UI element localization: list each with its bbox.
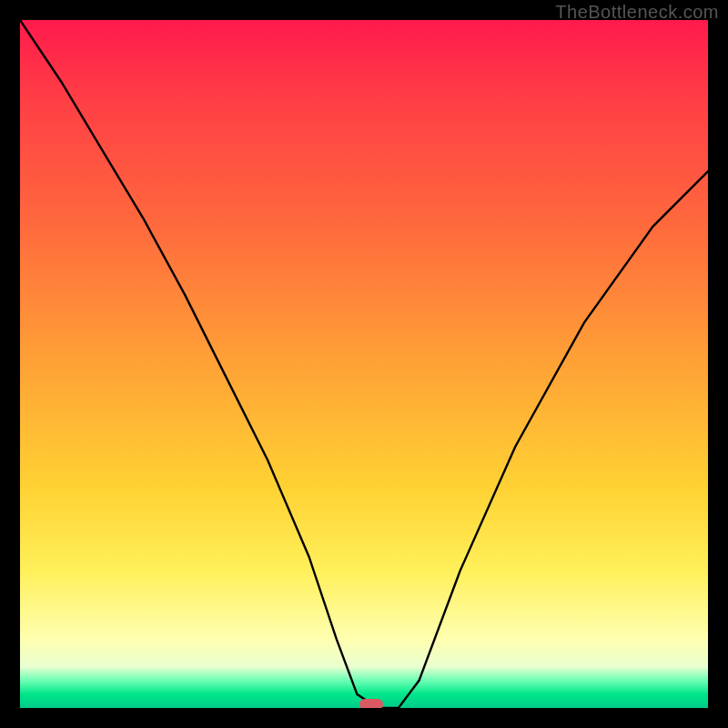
plot-area (20, 20, 708, 708)
bottleneck-curve-path (20, 20, 708, 708)
curve-layer (20, 20, 708, 708)
chart-frame: TheBottleneck.com (0, 0, 728, 728)
watermark-text: TheBottleneck.com (555, 2, 719, 23)
optimal-marker (359, 699, 383, 708)
